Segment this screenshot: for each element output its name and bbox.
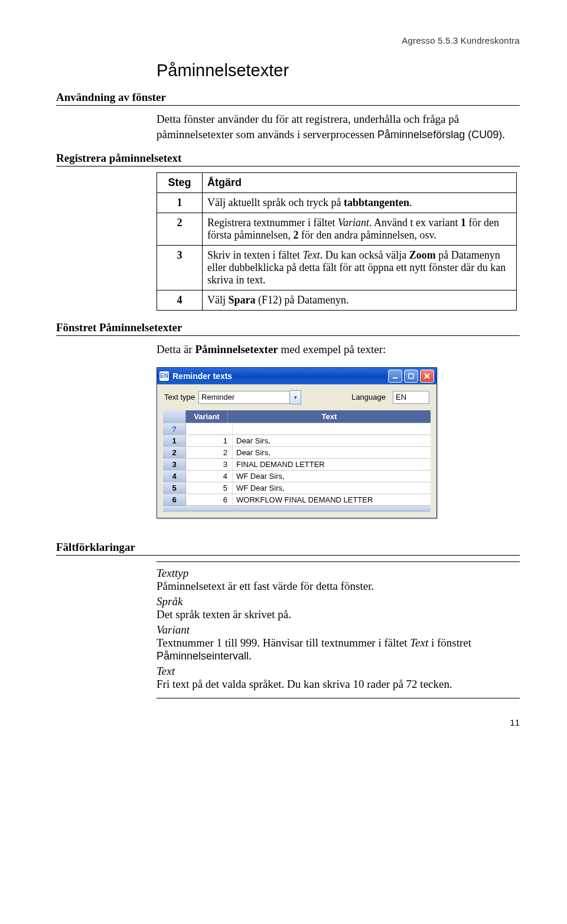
row-header[interactable]: 2: [163, 447, 186, 458]
steps-table: Steg Åtgärd 1Välj aktuellt språk och try…: [157, 172, 517, 311]
step-row: 4Välj Spara (F12) på Datamenyn.: [157, 290, 517, 311]
intro-post: .: [502, 128, 505, 141]
example-intro: Detta är Påminnelsetexter med exempel på…: [157, 342, 520, 357]
fielddef-term: Text: [157, 665, 520, 678]
cell-text[interactable]: Dear Sirs,: [233, 435, 431, 446]
cell-text[interactable]: WF Dear Sirs,: [233, 471, 431, 482]
table-row[interactable]: 22Dear Sirs,: [163, 446, 431, 458]
subhead-register: Registrera påminnelsetext: [56, 152, 520, 166]
row-selector-header: [163, 410, 186, 423]
row-header[interactable]: 5: [163, 482, 186, 494]
language-label: Language: [351, 393, 386, 401]
cell-text[interactable]: [233, 423, 431, 435]
table-row[interactable]: 11Dear Sirs,: [163, 435, 431, 446]
cell-variant[interactable]: 1: [186, 435, 233, 446]
table-row[interactable]: 66WORKFLOW FINAL DEMAND LETTER: [163, 494, 431, 505]
close-icon[interactable]: [420, 370, 434, 383]
cell-text[interactable]: WF Dear Sirs,: [233, 482, 431, 494]
fielddef-desc: Textnummer 1 till 999. Hänvisar till tex…: [157, 636, 520, 662]
cell-variant[interactable]: 2: [186, 447, 233, 458]
cell-variant[interactable]: 3: [186, 459, 233, 470]
text-type-dropdown-icon[interactable]: ▾: [290, 390, 301, 404]
subhead-window: Fönstret Påminnelsetexter: [56, 321, 520, 336]
fielddef-desc: Det språk texten är skrivet på.: [157, 608, 520, 621]
reminder-texts-window: EN Reminder texts Text type ▾ Language: [157, 367, 437, 518]
step-action: Välj Spara (F12) på Datamenyn.: [203, 290, 517, 311]
window-title: Reminder texts: [172, 371, 386, 381]
product-header: Agresso 5.5.3 Kundreskontra: [56, 35, 520, 45]
row-header[interactable]: 4: [163, 471, 186, 482]
fielddef-term: Texttyp: [157, 567, 520, 580]
row-header[interactable]: ?: [163, 423, 186, 435]
subhead-usage: Användning av fönster: [56, 91, 520, 106]
example-bold: Påminnelsetexter: [195, 343, 278, 355]
cell-text[interactable]: Dear Sirs,: [233, 447, 431, 458]
row-header[interactable]: 3: [163, 459, 186, 470]
grid-footer: [163, 505, 431, 512]
step-row: 3Skriv in texten i fältet Text. Du kan o…: [157, 246, 517, 290]
window-icon-text: EN: [160, 373, 168, 379]
fielddefs-block: TexttypPåminnelsetext är ett fast värde …: [157, 561, 520, 698]
step-number: 4: [157, 290, 203, 311]
text-type-field[interactable]: [198, 391, 290, 404]
cell-variant[interactable]: [186, 423, 233, 435]
cell-variant[interactable]: 5: [186, 482, 233, 494]
page-title: Påminnelsetexter: [157, 61, 520, 80]
row-header[interactable]: 1: [163, 435, 186, 446]
language-field[interactable]: [393, 391, 429, 404]
step-action: Registrera textnummer i fältet Variant. …: [203, 213, 517, 246]
example-pre: Detta är: [157, 343, 195, 355]
window-icon: EN: [159, 371, 169, 381]
cell-text[interactable]: WORKFLOW FINAL DEMAND LETTER: [233, 494, 431, 505]
step-number: 1: [157, 193, 203, 213]
page-number: 11: [56, 717, 520, 727]
example-post: med exempel på texter:: [281, 343, 386, 355]
text-type-label: Text type: [164, 393, 195, 401]
step-number: 2: [157, 213, 203, 246]
table-row[interactable]: ?: [163, 423, 431, 435]
steps-col-step: Steg: [157, 173, 203, 193]
subhead-fielddefs: Fältförklaringar: [56, 541, 520, 556]
titlebar[interactable]: EN Reminder texts: [157, 368, 436, 384]
table-row[interactable]: 44WF Dear Sirs,: [163, 470, 431, 482]
maximize-icon[interactable]: [404, 370, 418, 383]
chevron-down-icon: ▾: [294, 394, 297, 400]
step-row: 2Registrera textnummer i fältet Variant.…: [157, 213, 517, 246]
fielddef-desc: Påminnelsetext är ett fast värde för det…: [157, 580, 520, 593]
row-header[interactable]: 6: [163, 494, 186, 505]
minimize-icon[interactable]: [388, 370, 402, 383]
fielddef-desc: Fri text på det valda språket. Du kan sk…: [157, 678, 520, 691]
fielddef-term: Språk: [157, 595, 520, 608]
step-action: Välj aktuellt språk och tryck på tabbtan…: [203, 193, 517, 213]
data-grid: Variant Text ?11Dear Sirs,22Dear Sirs,33…: [163, 410, 431, 512]
step-number: 3: [157, 246, 203, 290]
cell-text[interactable]: FINAL DEMAND LETTER: [233, 459, 431, 470]
fielddef-term: Variant: [157, 623, 520, 636]
table-row[interactable]: 33FINAL DEMAND LETTER: [163, 458, 431, 470]
svg-rect-1: [409, 374, 413, 378]
intro-mono: Påminnelseförslag (CU09): [377, 129, 502, 141]
form-row: Text type ▾ Language: [157, 384, 436, 408]
step-action: Skriv in texten i fältet Text. Du kan oc…: [203, 246, 517, 290]
step-row: 1Välj aktuellt språk och tryck på tabbta…: [157, 193, 517, 213]
col-variant-header[interactable]: Variant: [186, 410, 228, 423]
cell-variant[interactable]: 6: [186, 494, 233, 505]
steps-col-action: Åtgärd: [203, 173, 517, 193]
intro-paragraph: Detta fönster använder du för att regist…: [157, 112, 520, 142]
col-text-header[interactable]: Text: [228, 410, 431, 423]
table-row[interactable]: 55WF Dear Sirs,: [163, 482, 431, 494]
cell-variant[interactable]: 4: [186, 471, 233, 482]
